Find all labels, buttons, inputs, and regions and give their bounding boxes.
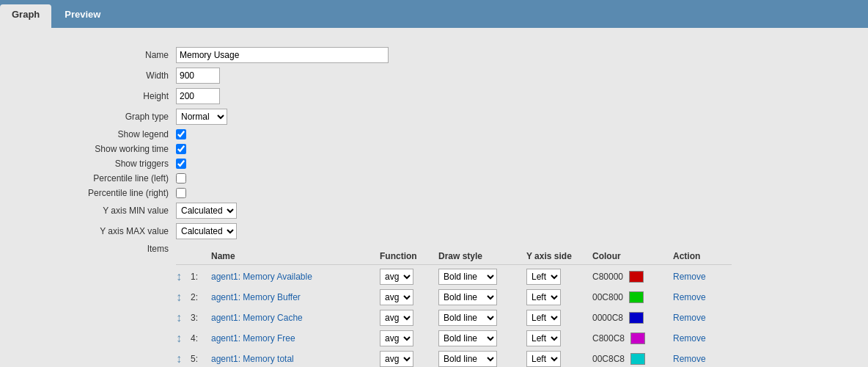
- row-3-draw-select[interactable]: Bold line: [438, 310, 497, 326]
- row-1-yaxis-select[interactable]: Left: [526, 269, 561, 285]
- height-input[interactable]: [176, 88, 220, 104]
- row-2-colour-box[interactable]: [629, 291, 644, 303]
- show-legend-checkbox[interactable]: [176, 129, 186, 139]
- header-action: Action: [673, 251, 732, 261]
- header-name: Name: [211, 251, 380, 261]
- row-3-draw-style: Bold line: [438, 310, 526, 326]
- row-3-colour: 0000C8: [592, 312, 673, 324]
- header-function: Function: [380, 251, 438, 261]
- show-triggers-checkbox[interactable]: [176, 159, 186, 169]
- row-1-colour-value: C80000: [592, 272, 623, 282]
- row-2-name-link[interactable]: agent1: Memory Buffer: [211, 292, 301, 302]
- items-header: Name Function Draw style Y axis side Col…: [176, 251, 732, 265]
- drag-handle-2[interactable]: ↕: [176, 291, 191, 304]
- table-row: ↕ 1: agent1: Memory Available avg Bold l…: [176, 266, 732, 287]
- name-row: Name: [15, 47, 853, 63]
- drag-handle-4[interactable]: ↕: [176, 332, 191, 345]
- row-3-name: agent1: Memory Cache: [211, 313, 380, 323]
- row-3-remove-link[interactable]: Remove: [673, 313, 706, 323]
- y-axis-max-select[interactable]: Calculated Fixed: [176, 223, 237, 239]
- name-label: Name: [15, 50, 176, 60]
- row-4-remove-link[interactable]: Remove: [673, 333, 706, 344]
- row-4-name: agent1: Memory Free: [211, 333, 380, 344]
- row-2-colour-value: 00C800: [592, 292, 623, 302]
- width-row: Width: [15, 68, 853, 84]
- row-2-func-select[interactable]: avg: [380, 289, 413, 305]
- row-1-draw-select[interactable]: Bold line: [438, 269, 497, 285]
- row-5-name-link[interactable]: agent1: Memory total: [211, 354, 294, 364]
- height-row: Height: [15, 88, 853, 104]
- tab-graph[interactable]: Graph: [0, 4, 51, 28]
- row-2-draw-select[interactable]: Bold line: [438, 289, 497, 305]
- row-5-remove-link[interactable]: Remove: [673, 354, 706, 364]
- width-input[interactable]: [176, 68, 220, 84]
- row-5-y-axis: Left: [526, 351, 592, 367]
- row-1-func-select[interactable]: avg: [380, 269, 413, 285]
- row-1-remove-link[interactable]: Remove: [673, 272, 706, 282]
- row-2-draw-style: Bold line: [438, 289, 526, 305]
- percentile-left-row: Percentile line (left): [15, 173, 853, 184]
- row-3-yaxis-select[interactable]: Left: [526, 310, 561, 326]
- row-1-name-link[interactable]: agent1: Memory Available: [211, 272, 312, 282]
- show-legend-label: Show legend: [15, 129, 176, 139]
- row-4-num: 4:: [191, 333, 211, 344]
- row-3-colour-box[interactable]: [629, 312, 644, 324]
- row-3-function: avg: [380, 310, 438, 326]
- row-5-func-select[interactable]: avg: [380, 351, 413, 367]
- header-colour: Colour: [592, 251, 673, 261]
- percentile-left-label: Percentile line (left): [15, 173, 176, 184]
- width-label: Width: [15, 70, 176, 81]
- row-5-name: agent1: Memory total: [211, 354, 380, 364]
- show-triggers-row: Show triggers: [15, 159, 853, 169]
- header-y-axis-side: Y axis side: [526, 251, 592, 261]
- drag-handle-5[interactable]: ↕: [176, 352, 191, 366]
- percentile-right-checkbox[interactable]: [176, 188, 186, 198]
- y-axis-max-label: Y axis MAX value: [15, 226, 176, 236]
- graph-type-row: Graph type Normal Stacked Pie: [15, 109, 853, 125]
- row-1-name: agent1: Memory Available: [211, 272, 380, 282]
- row-3-action: Remove: [673, 313, 732, 323]
- percentile-left-checkbox[interactable]: [176, 173, 186, 184]
- row-3-func-select[interactable]: avg: [380, 310, 413, 326]
- row-2-num: 2:: [191, 292, 211, 302]
- items-table: Name Function Draw style Y axis side Col…: [176, 251, 732, 367]
- row-2-function: avg: [380, 289, 438, 305]
- row-3-name-link[interactable]: agent1: Memory Cache: [211, 313, 303, 323]
- header-draw-style: Draw style: [438, 251, 526, 261]
- row-2-y-axis: Left: [526, 289, 592, 305]
- tab-preview[interactable]: Preview: [53, 4, 112, 28]
- table-row: ↕ 3: agent1: Memory Cache avg Bold line …: [176, 308, 732, 328]
- main-content: Name Width Height Graph type Normal Stac…: [0, 28, 868, 367]
- row-4-y-axis: Left: [526, 330, 592, 346]
- row-4-func-select[interactable]: avg: [380, 330, 413, 346]
- show-working-time-checkbox[interactable]: [176, 144, 186, 154]
- row-2-remove-link[interactable]: Remove: [673, 292, 706, 302]
- row-3-colour-value: 0000C8: [592, 313, 623, 323]
- row-5-yaxis-select[interactable]: Left: [526, 351, 561, 367]
- row-4-colour-box[interactable]: [630, 333, 645, 344]
- row-5-colour-box[interactable]: [630, 353, 645, 365]
- form-section: Name Width Height Graph type Normal Stac…: [0, 40, 868, 367]
- row-2-action: Remove: [673, 292, 732, 302]
- graph-type-label: Graph type: [15, 112, 176, 122]
- y-axis-min-select[interactable]: Calculated Fixed: [176, 203, 237, 219]
- drag-handle-1[interactable]: ↕: [176, 270, 191, 283]
- row-4-draw-style: Bold line: [438, 330, 526, 346]
- row-4-name-link[interactable]: agent1: Memory Free: [211, 333, 295, 344]
- tab-bar: Graph Preview: [0, 0, 868, 28]
- row-5-draw-select[interactable]: Bold line: [438, 351, 497, 367]
- row-1-colour-box[interactable]: [629, 271, 644, 283]
- items-label: Items: [15, 244, 176, 254]
- row-4-action: Remove: [673, 333, 732, 344]
- name-input[interactable]: [176, 47, 389, 63]
- height-label: Height: [15, 91, 176, 101]
- drag-handle-3[interactable]: ↕: [176, 311, 191, 324]
- row-4-yaxis-select[interactable]: Left: [526, 330, 561, 346]
- graph-type-select[interactable]: Normal Stacked Pie: [176, 109, 227, 125]
- row-4-draw-select[interactable]: Bold line: [438, 330, 497, 346]
- table-row: ↕ 5: agent1: Memory total avg Bold line …: [176, 349, 732, 367]
- row-1-draw-style: Bold line: [438, 269, 526, 285]
- row-2-yaxis-select[interactable]: Left: [526, 289, 561, 305]
- y-axis-max-row: Y axis MAX value Calculated Fixed: [15, 223, 853, 239]
- row-1-action: Remove: [673, 272, 732, 282]
